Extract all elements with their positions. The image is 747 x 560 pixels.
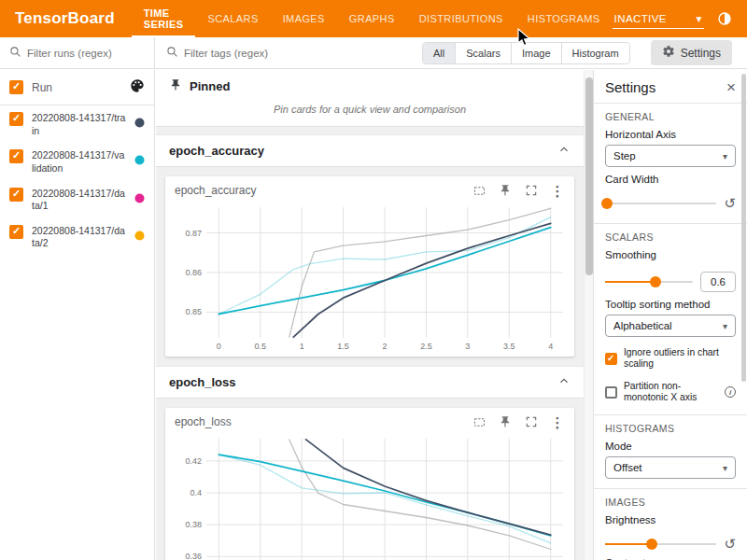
checkbox-icon[interactable]: [9, 149, 23, 163]
scrollbar-thumb[interactable]: [585, 77, 593, 275]
filter-all-button[interactable]: All: [423, 43, 456, 63]
tab-histograms[interactable]: HISTOGRAMS: [515, 0, 613, 37]
tab-scalars[interactable]: SCALARS: [195, 0, 270, 37]
svg-text:0.36: 0.36: [185, 552, 202, 560]
run-label: 20220808-141317/data/1: [32, 188, 126, 213]
checkbox-label: Partition non-monotonic X axis: [624, 381, 718, 404]
tab-time-series[interactable]: TIME SERIES: [132, 0, 196, 37]
section-heading: HISTOGRAMS: [605, 423, 736, 434]
filter-scalars-button[interactable]: Scalars: [456, 43, 512, 63]
select-value: Alphabetical: [613, 320, 672, 331]
fullscreen-icon[interactable]: [524, 183, 539, 198]
fit-to-data-icon[interactable]: [472, 183, 486, 198]
fit-to-data-icon[interactable]: [472, 414, 486, 429]
filter-histogram-button[interactable]: Histogram: [562, 43, 629, 63]
pin-icon: [169, 78, 182, 94]
tab-distributions[interactable]: DISTRIBUTIONS: [407, 0, 515, 37]
chevron-down-icon: ▾: [723, 321, 727, 331]
run-row-validation[interactable]: 20220808-141317/validation: [0, 143, 154, 180]
run-row-train[interactable]: 20220808-141317/train: [0, 105, 154, 143]
contrast-theme-icon[interactable]: [716, 10, 733, 27]
accuracy-chart[interactable]: 00.511.522.533.540.850.860.87: [175, 200, 571, 353]
pin-icon[interactable]: [498, 414, 513, 429]
section-heading: IMAGES: [605, 497, 736, 508]
checkbox-icon[interactable]: [9, 80, 23, 94]
smoothing-slider[interactable]: [605, 281, 693, 283]
chevron-down-icon: ▾: [723, 151, 727, 161]
settings-panel: Settings × GENERAL Horizontal Axis Step …: [593, 70, 747, 560]
run-color-dot: [134, 155, 145, 165]
svg-text:0.86: 0.86: [185, 268, 202, 277]
brightness-slider[interactable]: [605, 543, 716, 545]
checkbox-icon[interactable]: [9, 188, 23, 202]
checkbox-label: Ignore outliers in chart scaling: [624, 347, 736, 371]
svg-text:1: 1: [300, 342, 304, 351]
chevron-down-icon: ▾: [696, 12, 701, 25]
settings-scrollbar-thumb[interactable]: [741, 74, 746, 382]
loss-chart[interactable]: 00.511.522.533.540.360.380.40.42: [175, 431, 571, 560]
nav-tabs: TIME SERIES SCALARS IMAGES GRAPHS DISTRI…: [132, 0, 613, 37]
card-zone: epoch_accuracy ⋮: [156, 167, 584, 358]
run-row-data-2[interactable]: 20220808-141317/data/2: [0, 218, 154, 256]
svg-text:0: 0: [217, 342, 221, 351]
smoothing-value-input[interactable]: 0.6: [700, 272, 736, 292]
card-width-slider[interactable]: [605, 203, 716, 204]
run-status-dropdown[interactable]: INACTIVE ▾: [613, 9, 704, 29]
filter-runs-input[interactable]: [27, 48, 145, 59]
ignore-outliers-checkbox[interactable]: Ignore outliers in chart scaling: [605, 347, 736, 371]
main-scrollbar: [584, 70, 593, 560]
run-label: 20220808-141317/data/2: [32, 225, 126, 250]
checkbox-icon: [605, 386, 617, 399]
runs-header-row: Run: [0, 70, 154, 105]
section-header-epoch-loss[interactable]: epoch_loss: [156, 366, 584, 399]
filter-image-button[interactable]: Image: [512, 43, 562, 63]
section-header-epoch-accuracy[interactable]: epoch_accuracy: [156, 134, 584, 167]
run-row-data-1[interactable]: 20220808-141317/data/1: [0, 181, 154, 218]
horizontal-axis-select[interactable]: Step ▾: [605, 145, 736, 167]
scalar-card-epoch-loss: epoch_loss ⋮: [165, 408, 574, 560]
svg-text:0.42: 0.42: [185, 456, 202, 466]
smoothing-label: Smoothing: [605, 249, 736, 260]
pin-icon[interactable]: [498, 183, 513, 198]
tab-images[interactable]: IMAGES: [271, 0, 337, 37]
tags-filter-area: All Scalars Image Histogram Settings: [155, 37, 747, 68]
gear-icon: [662, 45, 675, 61]
settings-section-images: IMAGES Brightness ↺ Contrast ↺ Show actu…: [594, 489, 747, 560]
tooltip-sorting-select[interactable]: Alphabetical ▾: [605, 315, 736, 337]
settings-panel-title: Settings: [605, 79, 655, 95]
pinned-empty-hint: Pin cards for a quick view and compariso…: [169, 94, 571, 117]
partition-x-axis-checkbox[interactable]: Partition non-monotonic X axis i: [605, 381, 736, 404]
app-logo[interactable]: TensorBoard: [0, 9, 132, 28]
more-options-icon[interactable]: ⋮: [550, 183, 565, 198]
run-color-dot: [134, 193, 145, 203]
chevron-up-icon[interactable]: [557, 374, 571, 390]
palette-icon[interactable]: [130, 78, 145, 96]
checkbox-icon[interactable]: [9, 225, 23, 239]
chevron-up-icon[interactable]: [557, 143, 571, 159]
settings-button[interactable]: Settings: [651, 40, 732, 65]
mode-label: Mode: [605, 441, 736, 452]
histogram-mode-select[interactable]: Offset ▾: [605, 456, 736, 479]
tensorboard-app: TensorBoard TIME SERIES SCALARS IMAGES G…: [0, 0, 747, 560]
card-title: epoch_accuracy: [175, 184, 256, 197]
horizontal-axis-label: Horizontal Axis: [605, 129, 736, 140]
pinned-section: Pinned Pin cards for a quick view and co…: [156, 70, 584, 127]
more-options-icon[interactable]: ⋮: [550, 414, 565, 429]
svg-text:0.85: 0.85: [185, 307, 202, 316]
svg-text:0.87: 0.87: [185, 229, 202, 238]
runs-sidebar: Run 20220808-141317/train 20220808-14131…: [0, 70, 155, 560]
run-label: 20220808-141317/validation: [32, 149, 126, 175]
checkbox-icon[interactable]: [9, 112, 23, 126]
fullscreen-icon[interactable]: [524, 414, 539, 429]
select-value: Offset: [613, 462, 641, 473]
reset-icon[interactable]: ↺: [724, 537, 736, 551]
reset-icon[interactable]: ↺: [724, 196, 736, 210]
settings-section-histograms: HISTOGRAMS Mode Offset ▾: [594, 415, 747, 488]
tab-graphs[interactable]: GRAPHS: [337, 0, 407, 37]
runs-filter-area: [0, 37, 155, 68]
card-width-label: Card Width: [605, 174, 736, 185]
filter-tags-input[interactable]: [184, 48, 416, 59]
cards-main-area: Pinned Pin cards for a quick view and co…: [156, 70, 593, 560]
svg-text:2.5: 2.5: [420, 342, 432, 351]
close-icon[interactable]: ×: [726, 79, 736, 95]
